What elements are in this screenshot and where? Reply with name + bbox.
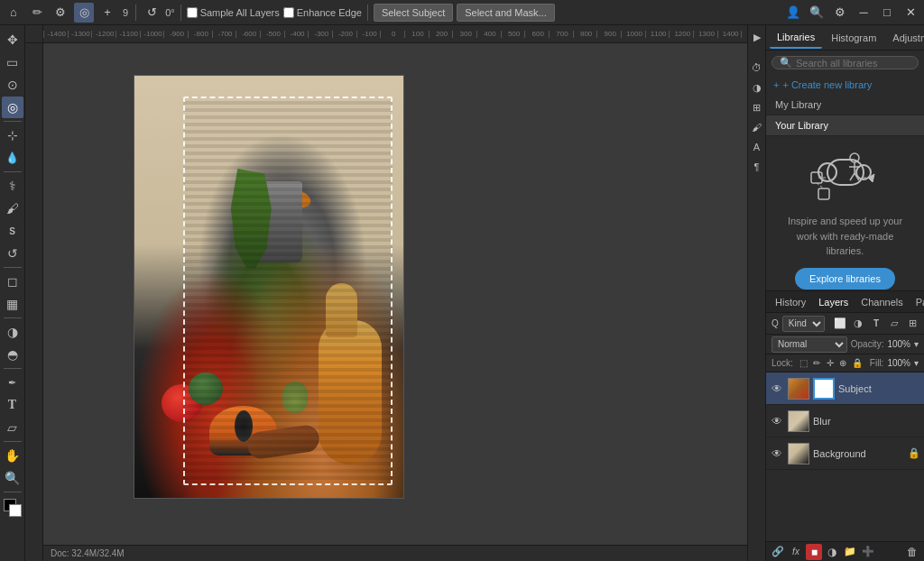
layer-link-btn[interactable]: 🔗	[770, 544, 786, 560]
explore-libraries-btn[interactable]: Explore libraries	[795, 268, 895, 290]
text-tool-btn[interactable]: T	[2, 394, 23, 416]
layer-visibility-subject[interactable]: 👁	[770, 382, 784, 396]
history-brush-btn[interactable]: ↺	[2, 243, 23, 264]
fg-bg-colors[interactable]	[2, 497, 23, 519]
gradient-tool-btn[interactable]: ▦	[2, 293, 23, 315]
layer-visibility-background[interactable]: 👁	[770, 446, 784, 461]
ruler-tick: -400	[284, 31, 309, 38]
dodge-tool-btn[interactable]: ◓	[2, 344, 23, 365]
fill-arrow[interactable]: ▾	[914, 358, 919, 368]
lock-position-btn[interactable]: ✛	[825, 355, 835, 372]
library-search-bar[interactable]: 🔍	[772, 56, 919, 69]
healing-tool-btn[interactable]: ⚕	[2, 175, 23, 197]
layer-mask-btn[interactable]: ◼	[806, 544, 822, 560]
panel-icon-history[interactable]: ⏱	[749, 60, 765, 76]
image-canvas[interactable]	[134, 75, 404, 499]
tab-layers[interactable]: Layers	[813, 293, 854, 311]
layer-row-background[interactable]: 👁 Background 🔒	[766, 437, 924, 470]
delete-layer-btn[interactable]: 🗑	[904, 544, 920, 560]
hand-tool-btn[interactable]: ✋	[2, 445, 23, 466]
new-layer-btn[interactable]: ➕	[860, 544, 876, 560]
tab-history[interactable]: History	[770, 293, 811, 311]
opacity-arrow[interactable]: ▾	[914, 339, 919, 349]
quick-select-tool-btn[interactable]: ◎	[2, 97, 23, 118]
home-btn[interactable]: ⌂	[4, 3, 23, 23]
window-close-btn[interactable]: ✕	[901, 3, 920, 23]
tab-adjustments[interactable]: Adjustments	[885, 27, 924, 49]
sample-all-layers-checkbox[interactable]	[187, 7, 198, 18]
tab-channels[interactable]: Channels	[855, 293, 908, 311]
sample-all-layers-check[interactable]: Sample All Layers	[187, 7, 280, 18]
layer-mode-select[interactable]: Normal	[772, 336, 847, 353]
quick-sel-active-btn[interactable]: ◎	[74, 3, 94, 23]
zoom-tool-btn[interactable]: 🔍	[2, 467, 23, 489]
pen-tool-btn[interactable]: ✒	[2, 372, 23, 393]
lasso-tool-btn[interactable]: ⊙	[2, 74, 23, 96]
layer-group-btn[interactable]: 📁	[842, 544, 858, 560]
panel-collapse-btn[interactable]: ▶	[749, 29, 765, 45]
left-sep1	[4, 121, 22, 122]
lock-artboard-btn[interactable]: ⊕	[838, 355, 848, 372]
window-max-btn[interactable]: □	[877, 3, 897, 23]
layer-kind-select[interactable]: Kind	[782, 316, 825, 332]
enhance-edge-checkbox[interactable]	[283, 7, 294, 18]
clone-tool-btn[interactable]: S	[2, 220, 23, 242]
your-library-item[interactable]: Your Library	[766, 115, 924, 136]
library-search-input[interactable]	[796, 58, 920, 69]
brush-options-btn[interactable]: ⚙	[51, 3, 70, 23]
lock-all-btn[interactable]: 🔒	[852, 355, 863, 372]
panel-icon-properties[interactable]: ⊞	[749, 99, 765, 115]
sep3	[367, 5, 368, 21]
window-min-btn[interactable]: ─	[854, 3, 873, 23]
left-sep5	[4, 368, 22, 369]
fill-label: Fill:	[870, 358, 884, 368]
edit-tool-btn[interactable]: ✏	[27, 3, 47, 23]
layer-filter-text-btn[interactable]: T	[868, 316, 884, 332]
add-btn[interactable]: +	[97, 3, 117, 23]
layer-adj-btn[interactable]: ◑	[824, 544, 840, 560]
select-subject-btn[interactable]: Select Subject	[374, 4, 453, 22]
eyedropper-tool-btn[interactable]: 💧	[2, 147, 23, 169]
marquee-tool-btn[interactable]: ▭	[2, 51, 23, 73]
user-icon-btn[interactable]: 👤	[783, 3, 803, 23]
layer-fx-btn[interactable]: fx	[788, 544, 804, 560]
settings-icon-btn[interactable]: ⚙	[830, 3, 850, 23]
brush-tool-btn[interactable]: 🖌	[2, 198, 23, 219]
layers-content: Q Kind ⬜ ◑ T ▱ ⊞ Normal Opacity: 100% ▾	[766, 313, 924, 541]
panel-icon-adj[interactable]: ◑	[749, 79, 765, 96]
eraser-tool-btn[interactable]: ◻	[2, 271, 23, 292]
layer-name-subject: Subject	[838, 383, 920, 394]
panel-icon-para[interactable]: ¶	[749, 159, 765, 175]
ruler-tick: -600	[236, 31, 260, 38]
layer-filter-smart-btn[interactable]: ⊞	[904, 316, 920, 332]
tab-libraries[interactable]: Libraries	[770, 27, 822, 49]
lock-transparency-btn[interactable]: ⬚	[799, 355, 808, 372]
shape-tool-btn[interactable]: ▱	[2, 417, 23, 438]
move-tool-btn[interactable]: ✥	[2, 29, 23, 51]
layer-filter-adj-btn[interactable]: ◑	[850, 316, 866, 332]
panel-icon-char[interactable]: A	[749, 139, 765, 155]
layer-row-blur[interactable]: 👁 Blur	[766, 405, 924, 437]
layer-row-subject[interactable]: 👁 Subject	[766, 372, 924, 405]
angle-btn[interactable]: ↺	[142, 3, 162, 23]
my-library-item[interactable]: My Library	[766, 95, 924, 115]
layer-filter-shape-btn[interactable]: ▱	[886, 316, 902, 332]
layer-visibility-blur[interactable]: 👁	[770, 414, 784, 428]
lock-paint-btn[interactable]: ✏	[812, 355, 822, 372]
ruler-tick: 900	[596, 31, 621, 38]
svg-rect-0	[827, 160, 864, 185]
search-icon-btn[interactable]: 🔍	[807, 3, 827, 23]
ruler-tick: -100	[356, 31, 381, 38]
layer-filter-pixel-btn[interactable]: ⬜	[832, 316, 848, 332]
ruler-tick: 500	[501, 31, 525, 38]
panel-icon-brushes[interactable]: 🖌	[749, 119, 765, 135]
enhance-edge-check[interactable]: Enhance Edge	[283, 7, 362, 18]
select-mask-btn[interactable]: Select and Mask...	[457, 4, 555, 22]
tab-histogram[interactable]: Histogram	[824, 27, 883, 49]
blur-tool-btn[interactable]: ◑	[2, 321, 23, 343]
tab-paths[interactable]: Paths	[910, 293, 924, 311]
ruler-tick: 1200	[669, 31, 693, 38]
create-library-btn[interactable]: + + Create new library	[766, 75, 924, 95]
crop-tool-btn[interactable]: ⊹	[2, 124, 23, 146]
canvas-area[interactable]: -1400 -1300 -1200 -1100 -1000 -900 -800 …	[25, 25, 765, 561]
